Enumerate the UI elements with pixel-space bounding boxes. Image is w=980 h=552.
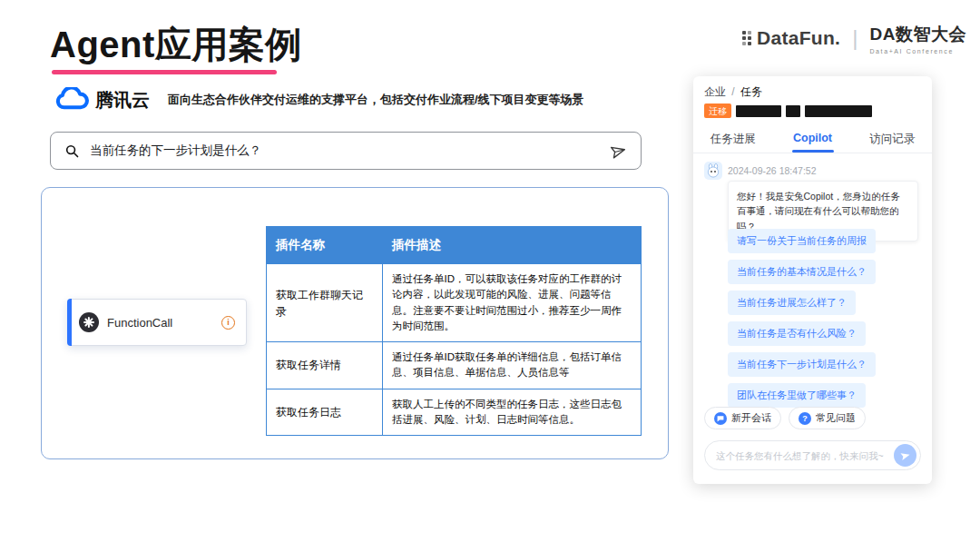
chat-bubble-icon [714, 412, 727, 425]
info-icon[interactable]: i [221, 316, 235, 330]
logo-divider: | [852, 25, 858, 51]
suggestion-item[interactable]: 团队在任务里做了哪些事？ [728, 383, 866, 408]
plugin-table: 插件名称 插件描述 获取工作群聊天记录 通过任务单ID，可以获取该任务对应的工作… [266, 226, 642, 436]
question-icon: ? [799, 412, 811, 425]
slide: Agent应用案例 DataFun. | DA数智大会 Data+AI Conf… [0, 0, 980, 552]
page-title: Agent应用案例 [50, 20, 302, 70]
tencent-cloud-icon [54, 87, 89, 113]
title-underline [52, 70, 277, 74]
table-header-row: 插件名称 插件描述 [267, 227, 642, 264]
datafun-logo-text: DataFun. [757, 27, 840, 49]
function-call-label: FunctionCall [107, 316, 172, 330]
copilot-avatar [704, 162, 722, 180]
suggestion-item[interactable]: 当前任务的基本情况是什么？ [728, 260, 876, 284]
send-icon[interactable] [608, 140, 629, 161]
suggestion-list: 请写一份关于当前任务的周报 当前任务的基本情况是什么？ 当前任务进展怎么样了？ … [728, 229, 876, 414]
plugin-desc-cell: 通过任务单ID获取任务单的详细信息，包括订单信息、项目信息、单据信息、人员信息等 [383, 342, 642, 389]
tabs-divider [693, 153, 932, 153]
task-title-row: 迁移 [704, 104, 872, 118]
conference-logo: DA数智大会 Data+AI Conference [869, 23, 965, 54]
breadcrumb-current: 任务 [740, 85, 762, 98]
chat-input[interactable] [716, 450, 894, 461]
breadcrumb: 企业 / 任务 [704, 84, 762, 100]
faq-button[interactable]: ? 常见问题 [789, 407, 866, 429]
product-description: 面向生态合作伙伴交付运维的支撑平台，包括交付作业流程/线下项目变更等场景 [168, 92, 584, 108]
suggestion-item[interactable]: 当前任务是否有什么风险？ [728, 321, 866, 346]
column-header-plugin-name: 插件名称 [267, 227, 383, 264]
function-call-card[interactable]: FunctionCall i [67, 299, 247, 346]
plugin-name-cell: 获取任务日志 [267, 389, 383, 436]
table-row: 获取工作群聊天记录 通过任务单ID，可以获取该任务对应的工作群的讨论内容，以此发… [267, 264, 642, 342]
column-header-plugin-desc: 插件描述 [383, 227, 642, 264]
breadcrumb-separator: / [731, 85, 734, 98]
suggestion-item[interactable]: 请写一份关于当前任务的周报 [728, 229, 876, 253]
tab-task-progress[interactable]: 任务进展 [693, 126, 773, 153]
new-conversation-label: 新开会话 [731, 411, 771, 425]
redacted-task-title [786, 105, 800, 117]
suggestion-item[interactable]: 当前任务下一步计划是什么？ [728, 352, 876, 377]
tab-bar: 任务进展 Copilot 访问记录 [693, 126, 932, 153]
plugin-name-cell: 获取工作群聊天记录 [267, 264, 383, 342]
tab-access-log[interactable]: 访问记录 [852, 126, 932, 153]
conference-subtitle: Data+AI Conference [869, 48, 965, 54]
copilot-panel: 企业 / 任务 迁移 任务进展 Copilot 访问记录 2024-09-26 … [693, 76, 932, 484]
faq-label: 常见问题 [816, 411, 856, 425]
chat-send-button[interactable] [894, 444, 916, 467]
suggestion-item[interactable]: 当前任务进展怎么样了？ [728, 291, 856, 315]
table-row: 获取任务详情 通过任务单ID获取任务单的详细信息，包括订单信息、项目信息、单据信… [267, 342, 642, 389]
function-call-icon [79, 312, 99, 332]
redacted-task-title [805, 105, 872, 117]
header-logos: DataFun. | DA数智大会 Data+AI Conference [742, 20, 966, 56]
search-bar [50, 132, 642, 170]
breadcrumb-root[interactable]: 企业 [704, 85, 726, 98]
plugin-container: FunctionCall i 插件名称 插件描述 获取工作群聊天记录 通过任务单… [41, 187, 669, 459]
card-accent-bar [67, 299, 72, 346]
message-timestamp: 2024-09-26 18:47:52 [728, 165, 817, 176]
product-name: 腾讯云 [95, 88, 150, 113]
product-row: 腾讯云 面向生态合作伙伴交付运维的支撑平台，包括交付作业流程/线下项目变更等场景 [54, 87, 584, 113]
plugin-desc-cell: 通过任务单ID，可以获取该任务对应的工作群的讨论内容，以此发现可能的风险、进展、… [383, 264, 642, 342]
new-conversation-button[interactable]: 新开会话 [704, 407, 781, 429]
datafun-dots-icon [742, 31, 751, 45]
datafun-logo: DataFun. [742, 27, 840, 49]
chat-actions: 新开会话 ? 常见问题 [704, 407, 866, 429]
paper-plane-icon [898, 448, 912, 462]
redacted-task-title [736, 105, 781, 117]
search-icon [64, 143, 80, 159]
chat-input-row [704, 440, 921, 470]
plugin-desc-cell: 获取人工上传的不同类型的任务日志，这些日志包括进展、风险、计划、日志时间等信息。 [383, 389, 642, 436]
status-badge: 迁移 [704, 104, 731, 118]
table-row: 获取任务日志 获取人工上传的不同类型的任务日志，这些日志包括进展、风险、计划、日… [267, 389, 642, 436]
search-input[interactable] [90, 144, 600, 158]
tab-copilot[interactable]: Copilot [773, 126, 853, 153]
conference-name: DA数智大会 [869, 23, 965, 46]
plugin-name-cell: 获取任务详情 [267, 342, 383, 389]
